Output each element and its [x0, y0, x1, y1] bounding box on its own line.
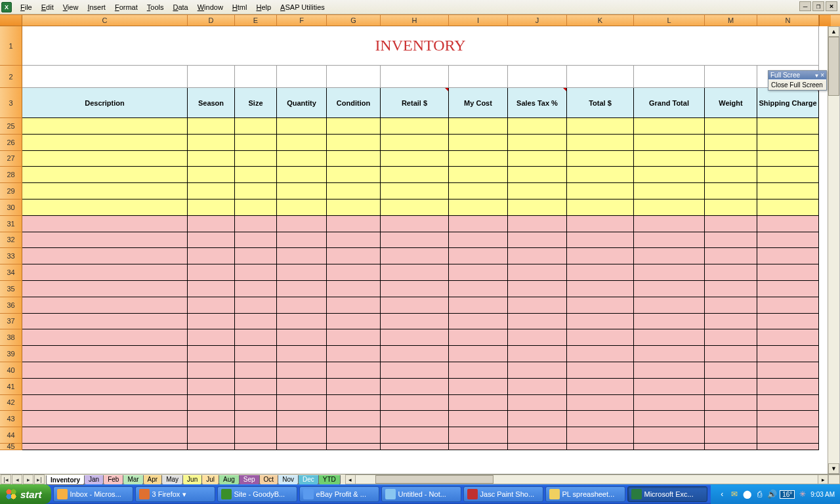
cell[interactable]	[22, 135, 188, 151]
cell[interactable]	[567, 297, 634, 314]
cell[interactable]	[705, 167, 757, 183]
cell[interactable]	[235, 66, 277, 88]
cell[interactable]	[381, 248, 449, 264]
cell[interactable]	[381, 118, 449, 135]
cell[interactable]	[381, 444, 449, 450]
cell[interactable]	[705, 118, 757, 135]
column-header-D[interactable]: D	[188, 15, 235, 26]
taskbar-button[interactable]: Jasc Paint Sho...	[463, 486, 543, 502]
cell[interactable]	[381, 66, 449, 88]
cell[interactable]	[188, 183, 235, 200]
column-header-E[interactable]: E	[235, 15, 277, 26]
sheet-tab-sep[interactable]: Sep	[239, 475, 260, 485]
cell[interactable]	[327, 362, 381, 379]
cell[interactable]	[757, 183, 819, 200]
cell[interactable]	[235, 200, 277, 216]
cell[interactable]	[508, 329, 567, 346]
cell[interactable]	[567, 167, 634, 183]
cell[interactable]	[634, 167, 705, 183]
cell[interactable]	[449, 427, 508, 444]
cell[interactable]	[705, 135, 757, 151]
cell[interactable]	[705, 183, 757, 200]
row-header-42[interactable]: 42	[0, 395, 22, 411]
cell[interactable]	[449, 281, 508, 297]
cell[interactable]	[22, 264, 188, 281]
taskbar-button[interactable]: Microsoft Exc...	[627, 486, 707, 502]
cell[interactable]	[22, 281, 188, 297]
row-header-3[interactable]: 3	[0, 88, 22, 118]
cell[interactable]	[508, 151, 567, 167]
cell[interactable]	[567, 118, 634, 135]
cell[interactable]	[22, 395, 188, 411]
cell[interactable]	[634, 314, 705, 330]
sheet-tab-may[interactable]: May	[161, 475, 183, 485]
cell[interactable]	[381, 232, 449, 249]
cell[interactable]	[705, 200, 757, 216]
cell[interactable]	[634, 200, 705, 216]
cell[interactable]	[705, 281, 757, 297]
header-description[interactable]: Description	[22, 88, 188, 118]
cell[interactable]	[277, 248, 327, 264]
cell[interactable]	[188, 264, 235, 281]
row-header-33[interactable]: 33	[0, 248, 22, 264]
cell[interactable]	[277, 264, 327, 281]
cell[interactable]	[277, 362, 327, 379]
row-header-32[interactable]: 32	[0, 232, 22, 249]
column-header-H[interactable]: H	[381, 15, 449, 26]
cell[interactable]	[188, 151, 235, 167]
menu-asap-utilities[interactable]: ASAP Utilities	[276, 2, 329, 12]
cell[interactable]	[381, 297, 449, 314]
cell[interactable]	[757, 135, 819, 151]
cell[interactable]	[757, 395, 819, 411]
cell[interactable]	[327, 66, 381, 88]
cell[interactable]	[449, 411, 508, 427]
select-all-box[interactable]	[0, 15, 22, 26]
tray-clock[interactable]: 9:03 AM	[810, 491, 835, 498]
menu-edit[interactable]: Edit	[37, 2, 58, 12]
cell[interactable]	[508, 379, 567, 395]
row-header-39[interactable]: 39	[0, 346, 22, 362]
cell[interactable]	[327, 427, 381, 444]
cell[interactable]	[634, 216, 705, 232]
cell[interactable]	[188, 411, 235, 427]
cell[interactable]	[381, 167, 449, 183]
tray-volume-icon[interactable]: 🔊	[767, 490, 776, 499]
cell[interactable]	[705, 297, 757, 314]
sheet-tab-apr[interactable]: Apr	[143, 475, 163, 485]
row-header-30[interactable]: 30	[0, 200, 22, 216]
sheet-tab-ytd[interactable]: YTD	[318, 475, 341, 485]
cell[interactable]	[705, 151, 757, 167]
row-header-34[interactable]: 34	[0, 264, 22, 281]
cell[interactable]	[705, 411, 757, 427]
start-button[interactable]: start	[0, 484, 51, 504]
cell[interactable]	[22, 314, 188, 330]
cell[interactable]	[567, 427, 634, 444]
row-header-45[interactable]: 45	[0, 444, 22, 450]
column-header-M[interactable]: M	[705, 15, 757, 26]
tray-misc-icon[interactable]: ✳	[798, 490, 807, 499]
menu-view[interactable]: View	[58, 2, 83, 12]
close-fullscreen-button[interactable]: Close Full Screen	[768, 79, 826, 90]
cell[interactable]	[327, 329, 381, 346]
cell[interactable]	[449, 200, 508, 216]
cell[interactable]	[327, 248, 381, 264]
cell[interactable]	[327, 264, 381, 281]
sheet-tab-mar[interactable]: Mar	[123, 475, 143, 485]
cell[interactable]	[634, 329, 705, 346]
cell[interactable]	[22, 200, 188, 216]
cell[interactable]	[277, 66, 327, 88]
cell[interactable]	[508, 118, 567, 135]
cell[interactable]	[381, 329, 449, 346]
cell[interactable]	[277, 167, 327, 183]
cell[interactable]	[235, 248, 277, 264]
cell[interactable]	[22, 167, 188, 183]
cell[interactable]	[449, 379, 508, 395]
header-condition[interactable]: Condition	[327, 88, 381, 118]
cell[interactable]	[567, 314, 634, 330]
cell[interactable]	[508, 427, 567, 444]
row-header-36[interactable]: 36	[0, 297, 22, 314]
row-header-43[interactable]: 43	[0, 411, 22, 427]
cell[interactable]	[567, 183, 634, 200]
cell[interactable]	[188, 362, 235, 379]
vscroll-track[interactable]	[828, 37, 839, 463]
